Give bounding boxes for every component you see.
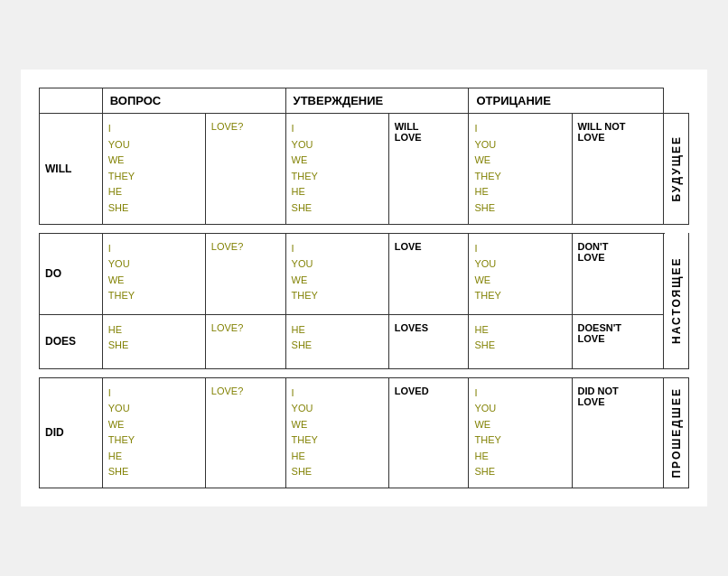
- will-q-word: LOVE?: [205, 113, 285, 224]
- does-q-word: LOVE?: [205, 314, 285, 368]
- will-q-pronouns: I YOU WE THEY HE SHE: [102, 113, 205, 224]
- does-q-pronouns: HE SHE: [102, 314, 205, 368]
- will-neg-verb: WILL NOT LOVE: [572, 113, 663, 224]
- otritsanie-header: ОТРИЦАНИЕ: [469, 88, 664, 113]
- will-aff-verb: WILL LOVE: [388, 113, 469, 224]
- do-neg-pronouns: I YOU WE THEY: [469, 233, 572, 314]
- does-neg-verb: DOESN'T LOVE: [572, 314, 663, 368]
- does-aff-verb: LOVES: [388, 314, 469, 368]
- did-q-word: LOVE?: [205, 377, 285, 488]
- did-aff-verb: LOVED: [388, 377, 469, 488]
- utverzhdenie-header: УТВЕРЖДЕНИЕ: [285, 88, 469, 113]
- side-header-empty: [664, 88, 689, 113]
- do-label: DO: [40, 233, 103, 314]
- future-label: БУДУЩЕЕ: [664, 113, 689, 224]
- spacer-1: [40, 224, 689, 233]
- did-label: DID: [40, 377, 103, 488]
- will-neg-pronouns: I YOU WE THEY HE SHE: [469, 113, 572, 224]
- did-aff-pronouns: I YOU WE THEY HE SHE: [285, 377, 388, 488]
- will-label: WILL: [40, 113, 103, 224]
- corner-cell: [40, 88, 103, 113]
- did-neg-verb: DID NOT LOVE: [572, 377, 663, 488]
- do-q-pronouns: I YOU WE THEY: [102, 233, 205, 314]
- did-neg-pronouns: I YOU WE THEY HE SHE: [469, 377, 572, 488]
- do-aff-verb: LOVE: [388, 233, 469, 314]
- does-label: DOES: [40, 314, 103, 368]
- do-neg-verb: DON'T LOVE: [572, 233, 663, 314]
- past-label: ПРОШЕДШЕЕ: [664, 377, 689, 488]
- will-aff-pronouns: I YOU WE THEY HE SHE: [285, 113, 388, 224]
- main-content: ВОПРОС УТВЕРЖДЕНИЕ ОТРИЦАНИЕ WILL I YOU …: [21, 70, 707, 506]
- does-aff-pronouns: HE SHE: [285, 314, 388, 368]
- does-neg-pronouns: HE SHE: [469, 314, 572, 368]
- vopros-header: ВОПРОС: [102, 88, 285, 113]
- present-label: НАСТОЯЩЕЕ: [664, 233, 689, 368]
- do-aff-pronouns: I YOU WE THEY: [285, 233, 388, 314]
- do-q-word: LOVE?: [205, 233, 285, 314]
- did-q-pronouns: I YOU WE THEY HE SHE: [102, 377, 205, 488]
- spacer-2: [40, 368, 689, 377]
